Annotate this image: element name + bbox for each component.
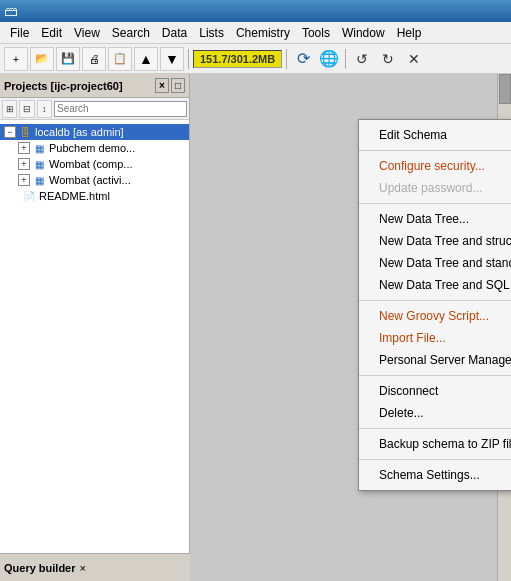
expand-icon-pubchem[interactable]: + [18,142,30,154]
ctx-configure-security[interactable]: Configure security... [359,155,511,177]
query-builder-close[interactable]: × [80,562,86,574]
ctx-sep-1 [359,150,511,151]
ctx-new-data-tree[interactable]: New Data Tree... [359,208,511,230]
ctx-new-groovy[interactable]: New Groovy Script... [359,305,511,327]
db-icon-localdb: 🗄 [18,125,32,139]
ctx-sep-2 [359,203,511,204]
content-area: Edit Schema Configure security... Update… [190,74,511,581]
title-bar: 🗃 [0,0,511,22]
tree-item-readme[interactable]: 📄 README.html [0,188,189,204]
menu-data[interactable]: Data [156,24,193,42]
menu-chemistry[interactable]: Chemistry [230,24,296,42]
tree-label-wombat2: Wombat (activi... [49,174,131,186]
tree-item-pubchem[interactable]: + ▦ Pubchem demo... [14,140,189,156]
refresh-icon-button[interactable]: ⟳ [291,47,315,71]
tree-label-pubchem: Pubchem demo... [49,142,135,154]
menu-help[interactable]: Help [391,24,428,42]
expand-icon-localdb[interactable]: − [4,126,16,138]
ctx-new-data-tree-sql[interactable]: New Data Tree and SQL entity (virtual vi… [359,274,511,296]
undo-button[interactable]: ↺ [350,47,374,71]
new-button[interactable]: + [4,47,28,71]
ctx-sep-5 [359,428,511,429]
separator-2 [286,49,287,69]
scrollbar-thumb[interactable] [499,74,511,104]
open-button[interactable]: 📂 [30,47,54,71]
menu-search[interactable]: Search [106,24,156,42]
menu-lists[interactable]: Lists [193,24,230,42]
query-builder-panel: Query builder × [0,553,190,581]
separator-1 [188,49,189,69]
copy-button[interactable]: 📋 [108,47,132,71]
print-button[interactable]: 🖨 [82,47,106,71]
ctx-sep-6 [359,459,511,460]
ctx-disconnect[interactable]: Disconnect [359,380,511,402]
ctx-schema-settings[interactable]: Schema Settings... [359,464,511,486]
projects-panel: Projects [ijc-project60] × □ ⊞ ⊟ ↕ − 🗄 l… [0,74,190,581]
search-input[interactable] [54,101,187,117]
ctx-new-data-tree-standard[interactable]: New Data Tree and standard entity (table… [359,252,511,274]
collapse-all-button[interactable]: ⊟ [19,100,34,118]
panel-maximize-button[interactable]: □ [171,78,185,93]
ctx-sep-3 [359,300,511,301]
save-button[interactable]: 💾 [56,47,80,71]
query-builder-label: Query builder [4,562,76,574]
tree-item-wombat1[interactable]: + ▦ Wombat (comp... [14,156,189,172]
menu-edit[interactable]: Edit [35,24,68,42]
app-icon: 🗃 [4,3,18,19]
menu-bar: File Edit View Search Data Lists Chemist… [0,22,511,44]
table-icon-pubchem: ▦ [32,141,46,155]
ctx-backup[interactable]: Backup schema to ZIP file... [359,433,511,455]
expand-icon-wombat2[interactable]: + [18,174,30,186]
tree-label-wombat1: Wombat (comp... [49,158,133,170]
globe-icon-button[interactable]: 🌐 [317,47,341,71]
panel-toolbar: ⊞ ⊟ ↕ [0,98,189,120]
sort-button[interactable]: ↕ [37,100,52,118]
separator-3 [345,49,346,69]
tree-label-localdb: localdb [as admin] [35,126,124,138]
menu-file[interactable]: File [4,24,35,42]
up-button[interactable]: ▲ [134,47,158,71]
tree-item-localdb[interactable]: − 🗄 localdb [as admin] [0,124,189,140]
down-button[interactable]: ▼ [160,47,184,71]
close-button[interactable]: ✕ [402,47,426,71]
panel-header: Projects [ijc-project60] × □ [0,74,189,98]
file-icon-readme: 📄 [22,189,36,203]
expand-all-button[interactable]: ⊞ [2,100,17,118]
tree-item-wombat2[interactable]: + ▦ Wombat (activi... [14,172,189,188]
context-menu: Edit Schema Configure security... Update… [358,119,511,491]
memory-status: 151.7/301.2MB [193,50,282,68]
panel-close-button[interactable]: × [155,78,169,93]
redo-button[interactable]: ↻ [376,47,400,71]
panel-title: Projects [ijc-project60] [4,80,123,92]
menu-tools[interactable]: Tools [296,24,336,42]
ctx-sep-4 [359,375,511,376]
menu-view[interactable]: View [68,24,106,42]
toolbar: + 📂 💾 🖨 📋 ▲ ▼ 151.7/301.2MB ⟳ 🌐 ↺ ↻ ✕ [0,44,511,74]
ctx-import-file[interactable]: Import File... [359,327,511,349]
ctx-edit-schema[interactable]: Edit Schema [359,124,511,146]
ctx-personal-server[interactable]: Personal Server Manager... [359,349,511,371]
tree-area: − 🗄 localdb [as admin] + ▦ Pubchem demo.… [0,120,189,581]
main-area: Projects [ijc-project60] × □ ⊞ ⊟ ↕ − 🗄 l… [0,74,511,581]
table-icon-wombat1: ▦ [32,157,46,171]
ctx-delete[interactable]: Delete... [359,402,511,424]
tree-label-readme: README.html [39,190,110,202]
expand-icon-wombat1[interactable]: + [18,158,30,170]
ctx-new-data-tree-structure[interactable]: New Data Tree and structure entity (tabl… [359,230,511,252]
ctx-update-password: Update password... [359,177,511,199]
table-icon-wombat2: ▦ [32,173,46,187]
menu-window[interactable]: Window [336,24,391,42]
